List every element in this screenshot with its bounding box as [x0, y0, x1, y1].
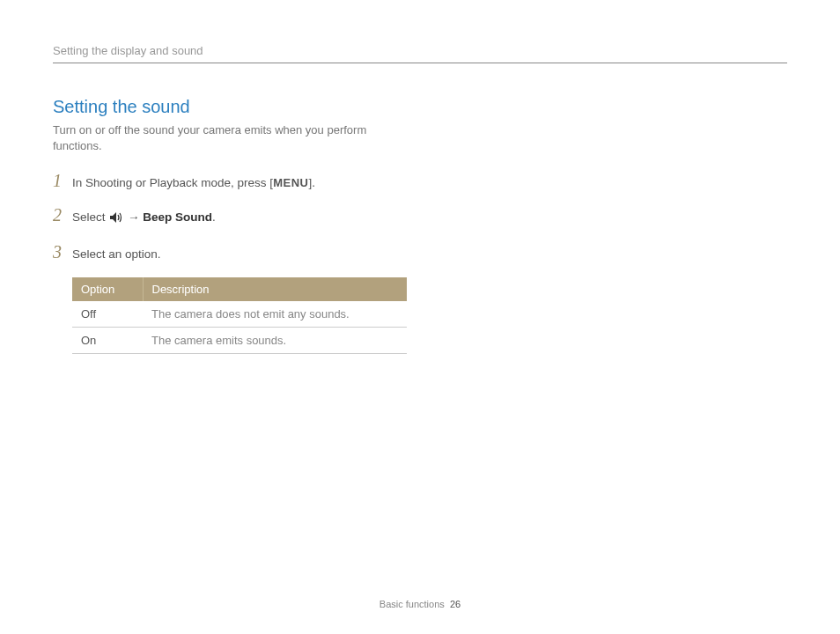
menu-button-label: MENU: [273, 176, 308, 189]
description-cell: The camera emits sounds.: [143, 328, 407, 354]
step-suffix: .: [212, 210, 216, 224]
table-row: Off The camera does not emit any sounds.: [72, 301, 407, 328]
step-suffix: ].: [308, 176, 315, 189]
step-text: In Shooting or Playback mode, press [MEN…: [72, 175, 315, 192]
step-text: Select → Beep Sound.: [72, 210, 216, 229]
steps-list: 1 In Shooting or Playback mode, press [M…: [53, 172, 467, 354]
beep-sound-label: Beep Sound: [143, 210, 212, 224]
step-prefix: Select: [72, 210, 108, 224]
step-number: 3: [53, 243, 72, 261]
footer-label: Basic functions: [379, 599, 445, 609]
step-number: 2: [53, 206, 72, 224]
step-2: 2 Select → Beep Sound.: [53, 206, 467, 229]
options-table: Option Description Off The camera does n…: [72, 277, 407, 354]
step-prefix: In Shooting or Playback mode, press [: [72, 176, 273, 189]
arrow-icon: →: [124, 210, 143, 224]
col-option: Option: [72, 277, 143, 301]
step-text: Select an option.: [72, 247, 161, 263]
step-number: 1: [53, 172, 72, 189]
section-title: Setting the sound: [53, 97, 787, 117]
table-header-row: Option Description: [72, 277, 407, 301]
col-description: Description: [143, 277, 407, 301]
step-1: 1 In Shooting or Playback mode, press [M…: [53, 172, 467, 192]
sound-icon: [109, 211, 123, 229]
page-number: 26: [450, 599, 461, 609]
breadcrumb-header: Setting the display and sound: [53, 44, 787, 63]
option-cell: Off: [72, 301, 143, 328]
section-description: Turn on or off the sound your camera emi…: [53, 122, 405, 154]
table-row: On The camera emits sounds.: [72, 328, 407, 354]
page-footer: Basic functions 26: [0, 599, 840, 609]
step-3: 3 Select an option.: [53, 243, 467, 263]
option-cell: On: [72, 328, 143, 354]
description-cell: The camera does not emit any sounds.: [143, 301, 407, 328]
